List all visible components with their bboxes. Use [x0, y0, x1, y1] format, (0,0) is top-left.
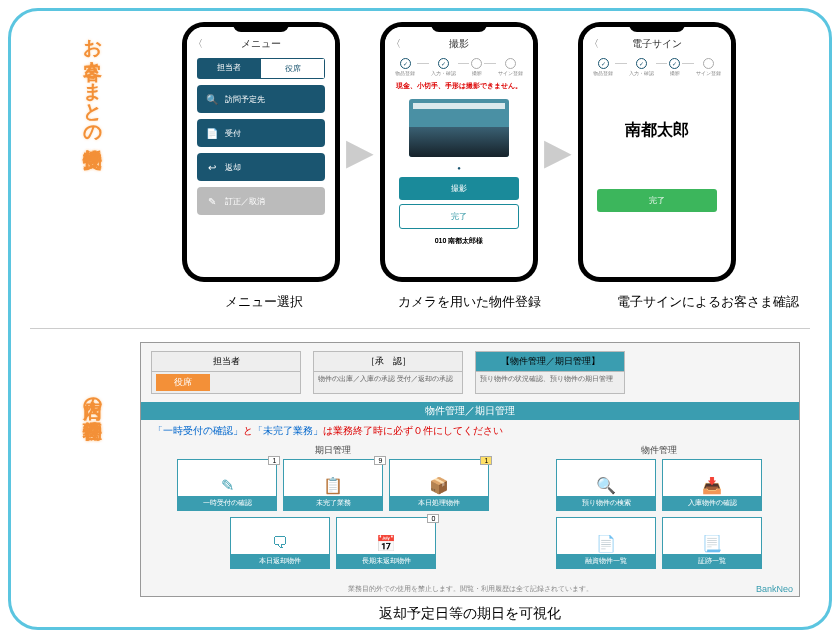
- check-icon: ✓: [598, 58, 609, 69]
- card-label: 長期未返却物件: [337, 554, 435, 568]
- card-icon: 📦: [429, 476, 449, 495]
- dashboard-card[interactable]: 📋未完了業務9: [283, 459, 383, 511]
- brand-logo: BankNeo: [756, 584, 793, 594]
- menu-item-accept[interactable]: 📄受付: [197, 119, 325, 147]
- stepper: ✓物品登録 ✓入力・確認 ✓撮影 サイン登録: [583, 54, 731, 80]
- card-icon: 🔍: [596, 476, 616, 495]
- caption-camera: カメラを用いた物件登録: [384, 293, 554, 311]
- phone-title: 電子サイン: [632, 38, 682, 49]
- seg-active[interactable]: 担当者: [197, 58, 260, 79]
- panel-items: 物件管理 🔍預り物件の検索📥入庫物件の確認📄融資物件一覧📃証跡一覧: [528, 442, 791, 569]
- tab-approve[interactable]: ［承 認］ 物件の出庫／入庫の承認 受付／返却の承認: [313, 351, 463, 394]
- section-label-top: お客さまとの物件授受: [80, 25, 106, 135]
- card-label: 未完了業務: [284, 496, 382, 510]
- tab-manage[interactable]: 【物件管理／期日管理】 預り物件の状況確認、預り物件の期日管理: [475, 351, 625, 394]
- titlebar: 物件管理／期日管理: [141, 402, 799, 420]
- pager-dots: ●: [385, 163, 533, 173]
- shoot-button[interactable]: 撮影: [399, 177, 519, 200]
- count-badge: 1: [268, 456, 280, 465]
- step-current: [703, 58, 714, 69]
- phone-notch: [233, 22, 289, 32]
- seg-inactive[interactable]: 役席: [260, 58, 325, 79]
- phone-menu: 〈メニュー 担当者 役席 🔍訪問予定先 📄受付 ↩返却 ✎訂正／取消: [182, 22, 340, 282]
- menu-item-visit[interactable]: 🔍訪問予定先: [197, 85, 325, 113]
- warning-banner: 「一時受付の確認」と「未完了業務」は業務終了時に必ず０件にしてください: [141, 420, 799, 442]
- card-label: 預り物件の検索: [557, 496, 655, 510]
- step-current: [471, 58, 482, 69]
- check-icon: ✓: [669, 58, 680, 69]
- dashboard-card[interactable]: 📃証跡一覧: [662, 517, 762, 569]
- signature-display[interactable]: 南都太郎: [583, 80, 731, 181]
- caption-desktop: 返却予定日等の期日を可視化: [140, 605, 800, 623]
- customer-label: 010 南都太郎様: [385, 233, 533, 249]
- done-button[interactable]: 完了: [597, 189, 717, 212]
- check-icon: ✓: [438, 58, 449, 69]
- arrow-icon: ▶: [346, 131, 374, 173]
- card-label: 本日返却物件: [231, 554, 329, 568]
- warning-text: 現金、小切手、手形は撮影できません。: [385, 80, 533, 93]
- section-label-bottom: 店内の物件管理: [80, 385, 106, 407]
- card-icon: ✎: [221, 476, 234, 495]
- doc-icon: 📄: [205, 126, 219, 140]
- count-badge: 9: [374, 456, 386, 465]
- stepper: ✓物品登録 ✓入力・確認 撮影 サイン登録: [385, 54, 533, 80]
- phone-camera: 〈撮影 ✓物品登録 ✓入力・確認 撮影 サイン登録 現金、小切手、手形は撮影でき…: [380, 22, 538, 282]
- section-divider: [30, 328, 810, 329]
- menu-item-cancel[interactable]: ✎訂正／取消: [197, 187, 325, 215]
- segment-control[interactable]: 担当者 役席: [197, 58, 325, 79]
- card-label: 本日処理物件: [390, 496, 488, 510]
- return-icon: ↩: [205, 160, 219, 174]
- menu-item-return[interactable]: ↩返却: [197, 153, 325, 181]
- card-label: 証跡一覧: [663, 554, 761, 568]
- tab-staff[interactable]: 担当者 役席: [151, 351, 301, 394]
- phone-title: 撮影: [449, 38, 469, 49]
- panel-deadline: 期日管理 ✎一時受付の確認1📋未完了業務9📦本日処理物件1🗨本日返却物件📅長期未…: [149, 442, 518, 569]
- card-label: 入庫物件の確認: [663, 496, 761, 510]
- phone-notch: [431, 22, 487, 32]
- dashboard-card[interactable]: 🔍預り物件の検索: [556, 459, 656, 511]
- caption-sign: 電子サインによるお客さま確認: [598, 293, 818, 311]
- check-icon: ✓: [400, 58, 411, 69]
- search-icon: 🔍: [205, 92, 219, 106]
- role-badge: 役席: [156, 374, 210, 391]
- card-label: 一時受付の確認: [178, 496, 276, 510]
- dashboard-card[interactable]: 📦本日処理物件1: [389, 459, 489, 511]
- back-icon[interactable]: 〈: [391, 37, 401, 51]
- dashboard-card[interactable]: 🗨本日返却物件: [230, 517, 330, 569]
- done-button[interactable]: 完了: [399, 204, 519, 229]
- dashboard-card[interactable]: 📅長期未返却物件0: [336, 517, 436, 569]
- footer-notice: 業務目的外での使用を禁止します。閲覧・利用履歴は全て記録されています。: [141, 584, 799, 594]
- step-pending: [505, 58, 516, 69]
- phone-sign: 〈電子サイン ✓物品登録 ✓入力・確認 ✓撮影 サイン登録 南都太郎 完了: [578, 22, 736, 282]
- dashboard-card[interactable]: 📥入庫物件の確認: [662, 459, 762, 511]
- count-badge: 0: [427, 514, 439, 523]
- phone-notch: [629, 22, 685, 32]
- card-icon: 📥: [702, 476, 722, 495]
- card-label: 融資物件一覧: [557, 554, 655, 568]
- card-icon: 🗨: [272, 534, 288, 552]
- card-icon: 📄: [596, 534, 616, 553]
- back-icon[interactable]: 〈: [589, 37, 599, 51]
- desktop-screen: 担当者 役席 ［承 認］ 物件の出庫／入庫の承認 受付／返却の承認 【物件管理／…: [140, 342, 800, 597]
- card-icon: 📅: [376, 534, 396, 553]
- caption-menu: メニュー選択: [182, 293, 346, 311]
- dashboard-card[interactable]: ✎一時受付の確認1: [177, 459, 277, 511]
- card-icon: 📃: [702, 534, 722, 553]
- phone-title: メニュー: [241, 38, 281, 49]
- count-badge: 1: [480, 456, 492, 465]
- dashboard-card[interactable]: 📄融資物件一覧: [556, 517, 656, 569]
- captured-card-image: [409, 99, 509, 157]
- arrow-icon: ▶: [544, 131, 572, 173]
- card-icon: 📋: [323, 476, 343, 495]
- edit-icon: ✎: [205, 194, 219, 208]
- check-icon: ✓: [636, 58, 647, 69]
- back-icon[interactable]: 〈: [193, 37, 203, 51]
